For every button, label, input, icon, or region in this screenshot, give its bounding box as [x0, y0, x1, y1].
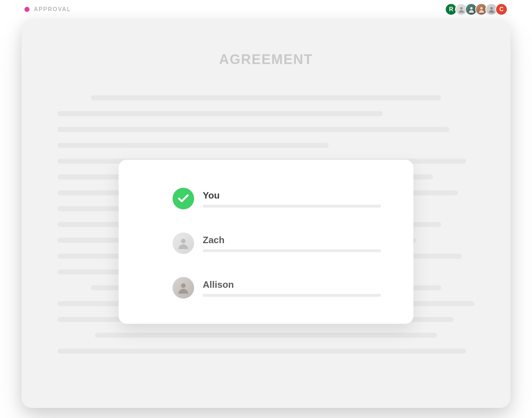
skeleton-line — [58, 143, 329, 148]
status-tag: APPROVAL — [24, 6, 71, 13]
document-title: AGREEMENT — [58, 52, 474, 67]
skeleton-line — [58, 127, 449, 132]
approvers-card: You Zach Allison — [119, 160, 413, 324]
skeleton-line — [58, 111, 383, 116]
person-icon — [468, 6, 475, 13]
collaborator-avatars: R C — [445, 3, 508, 15]
person-icon — [488, 6, 495, 13]
person-icon — [458, 6, 465, 13]
approver-name: You — [203, 190, 381, 201]
signature-line — [203, 205, 381, 208]
svg-point-3 — [490, 7, 493, 9]
signature-line — [203, 294, 381, 297]
person-icon — [177, 237, 190, 250]
avatar-photo — [173, 232, 194, 254]
avatar-initial[interactable]: C — [495, 3, 508, 15]
svg-point-4 — [181, 239, 186, 244]
svg-point-2 — [480, 7, 483, 9]
skeleton-line — [95, 333, 437, 338]
skeleton-line — [58, 349, 466, 354]
person-icon — [478, 6, 485, 13]
approver-row: Allison — [173, 277, 381, 299]
approver-name: Zach — [203, 235, 381, 246]
approver-row: You — [173, 188, 381, 209]
avatar-photo — [173, 277, 194, 299]
top-bar: APPROVAL R C — [22, 4, 510, 15]
svg-point-5 — [181, 283, 186, 288]
approver-row: Zach — [173, 232, 381, 254]
document-card: AGREEMENT You — [22, 19, 510, 408]
status-label: APPROVAL — [34, 6, 71, 13]
status-dot-icon — [24, 7, 29, 12]
svg-point-1 — [470, 7, 473, 9]
approver-name: Allison — [203, 279, 381, 290]
check-icon — [173, 188, 194, 209]
person-icon — [177, 281, 190, 294]
skeleton-line — [91, 95, 441, 100]
signature-line — [203, 249, 381, 252]
svg-point-0 — [460, 7, 463, 9]
